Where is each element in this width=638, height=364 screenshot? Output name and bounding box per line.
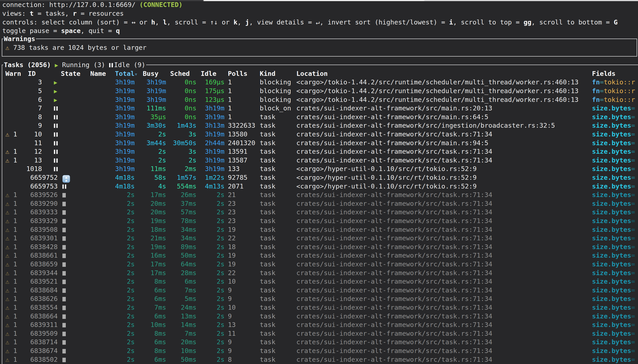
task-row[interactable]: ⚠ 168393292s19ms78ms2s23taskcrates/sui-i… (0, 216, 638, 225)
fields-cell: size.bytes= (592, 147, 635, 156)
task-row[interactable]: ⚠ 168386742s8ms10ms2s9taskcrates/sui-ind… (0, 346, 638, 355)
sched-duration-cell: 13ms (167, 312, 196, 321)
sched-duration-cell: 3s (167, 147, 196, 156)
task-id-cell: 6839329 (26, 216, 58, 225)
field-key: fn (592, 87, 600, 95)
polls-cell: 13591 (228, 147, 248, 156)
warn-cell: ⚠ 1 (6, 294, 17, 303)
task-row[interactable]: ⚠ 168392902s20ms37ms2s23taskcrates/sui-i… (0, 199, 638, 208)
column-header-id[interactable]: ID (28, 69, 36, 78)
task-row[interactable]: ⚠ 168385022s6ms50ms2s8taskcrates/sui-ind… (0, 355, 638, 364)
warn-count: 1 (9, 226, 17, 234)
column-header-sched[interactable]: Sched (170, 69, 190, 78)
field-key: size.bytes (592, 347, 631, 354)
task-row[interactable]: ⚠ 1133h19m2s2s3h19m13587taskcrates/sui-i… (0, 156, 638, 165)
idle-duration-cell: 169µs (195, 78, 224, 86)
task-row[interactable]: ⚠ 168384282s19ms89ms2s18taskcrates/sui-i… (0, 242, 638, 251)
warning-icon: ⚠ (6, 226, 9, 234)
task-row[interactable]: ⚠ 168386612s16ms50ms2s19taskcrates/sui-i… (0, 251, 638, 260)
task-row[interactable]: 6▶3h19m3h19m0ns123µs1blocking<cargo>/tok… (0, 96, 638, 104)
task-row[interactable]: ⚠ 168393012s21ms34ms2s22taskcrates/sui-i… (0, 234, 638, 242)
task-row[interactable]: 10183h19m11ms2ms3h19m133task<cargo>/hype… (0, 164, 638, 173)
task-row[interactable]: 3▶3h19m3h19m0ns169µs1blocking<cargo>/tok… (0, 78, 638, 86)
task-row[interactable]: ⚠ 168395262s17ms26ms2s21taskcrates/sui-i… (0, 190, 638, 199)
busy-duration-cell: 2s (137, 156, 166, 165)
warn-cell: ⚠ 1 (6, 251, 17, 260)
fields-cell: size.bytes= (592, 320, 635, 329)
sched-duration-cell: 10ms (167, 346, 196, 355)
fields-cell: size.bytes= (592, 164, 635, 173)
column-header-kind[interactable]: Kind (260, 69, 276, 78)
task-row[interactable]: ⚠ 168395212s8ms6ms2s10taskcrates/sui-ind… (0, 277, 638, 286)
warn-cell: ⚠ 1 (6, 234, 17, 242)
task-row[interactable]: ⚠ 168386592s17ms64ms2s19taskcrates/sui-i… (0, 260, 638, 268)
fields-cell: size.bytes= (592, 182, 635, 191)
polls-cell: 22 (228, 268, 236, 278)
task-row[interactable]: 5▶3h19m3h19m0ns175µs1blocking<cargo>/tok… (0, 86, 638, 96)
task-row[interactable]: 93h19m3m30s1m43s3h13m3322633taskcrates/s… (0, 121, 638, 130)
task-row[interactable]: 66597534m18s4s554ms4m13s2071task<cargo>/… (0, 182, 638, 191)
task-state-cell (54, 104, 59, 113)
warning-icon: ⚠ (6, 217, 9, 225)
field-separator: = (631, 104, 635, 112)
task-row[interactable]: ⚠ 168393112s10ms14ms2s13taskcrates/sui-i… (0, 320, 638, 329)
total-duration-cell: 3h19m (105, 164, 135, 173)
location-cell: crates/sui-indexer-alt-framework/src/tas… (296, 338, 492, 346)
polls-cell: 21 (228, 190, 236, 199)
task-row[interactable]: ⚠ 168393442s17ms28ms2s22taskcrates/sui-i… (0, 268, 638, 278)
task-id-cell: 7 (26, 104, 42, 113)
fields-cell: size.bytes= (592, 312, 635, 321)
task-row[interactable]: ⚠ 1103h19m2s3s3h19m13580taskcrates/sui-i… (0, 130, 638, 139)
task-row[interactable]: ⚠ 168393332s20ms57ms2s23taskcrates/sui-i… (0, 208, 638, 216)
column-header-total[interactable]: Total▿ (115, 69, 138, 78)
field-key: size.bytes (592, 174, 631, 181)
controls-help-segment: , (238, 18, 245, 26)
task-row[interactable]: 83h19m35µs0ns3h19m1taskcrates/sui-indexe… (0, 113, 638, 122)
column-header-fields[interactable]: Fields (592, 69, 616, 78)
task-id-cell: 6659753 (26, 182, 58, 191)
column-header-polls[interactable]: Polls (228, 69, 248, 78)
busy-duration-cell: 8ms (137, 329, 166, 338)
polls-cell: 2401320 (228, 139, 255, 148)
task-state-cell (62, 286, 66, 295)
location-cell: crates/sui-indexer-alt-framework/src/tas… (296, 294, 492, 303)
connection-url: http://127.0.0.1:6669/ (50, 1, 140, 8)
task-row[interactable]: 73h19m111ms0ns3h19m1block_oncrates/sui-i… (0, 104, 638, 113)
fields-cell: size.bytes= (592, 139, 635, 148)
column-header-name[interactable]: Name (90, 69, 106, 78)
task-state-cell (62, 208, 66, 216)
column-header-idle[interactable]: Idle (201, 69, 216, 78)
task-row[interactable]: ⚠ 168385542s7ms24ms2s10taskcrates/sui-in… (0, 303, 638, 312)
polls-cell: 8 (228, 355, 232, 364)
kind-cell: blocking (260, 86, 291, 96)
views-help-line: views: t = tasks, r = resources (2, 9, 124, 18)
task-row[interactable]: 113h19m3m44s30m50s2h44m2401320taskcrates… (0, 139, 638, 148)
field-separator: = (631, 191, 635, 198)
polls-cell: 9 (228, 312, 232, 321)
task-row[interactable]: ⚠ 168386642s6ms13ms2s9taskcrates/sui-ind… (0, 312, 638, 321)
column-header-busy[interactable]: Busy (143, 69, 158, 78)
sched-duration-cell: 1m43s (167, 121, 196, 130)
task-row[interactable]: ⚠ 168386262s6ms5ms2s9taskcrates/sui-inde… (0, 294, 638, 303)
task-id-cell: 6839508 (26, 225, 58, 234)
task-row[interactable]: ⚠ 1123h19m2s3s3h19m13591taskcrates/sui-i… (0, 147, 638, 156)
polls-cell: 2071 (228, 182, 244, 191)
task-row[interactable]: ⚠ 168387142s6ms20ms2s9taskcrates/sui-ind… (0, 338, 638, 346)
warn-cell: ⚠ 1 (6, 156, 17, 165)
task-row[interactable]: 6659752▲▲4m18s58s1m57s1m22s92785task<car… (0, 173, 638, 182)
field-key: size.bytes (592, 252, 631, 259)
warn-count: 1 (9, 295, 17, 302)
kind-cell: task (260, 190, 276, 199)
column-header-state[interactable]: State (61, 69, 80, 78)
total-duration-cell: 3h19m (105, 86, 135, 96)
task-row[interactable]: ⚠ 168395082s18ms34ms2s19taskcrates/sui-i… (0, 225, 638, 234)
paused-icon (54, 165, 59, 172)
task-state-cell (62, 277, 66, 286)
task-row[interactable]: ⚠ 168395092s8ms7ms2s11taskcrates/sui-ind… (0, 329, 638, 338)
warning-icon: ⚠ (6, 243, 9, 251)
task-id-cell: 5 (26, 86, 42, 96)
task-row[interactable]: ⚠ 168386842s6ms7ms2s9taskcrates/sui-inde… (0, 286, 638, 295)
column-header-warn[interactable]: Warn (6, 69, 21, 78)
column-header-location[interactable]: Location (296, 69, 328, 78)
task-state-cell (62, 260, 66, 268)
